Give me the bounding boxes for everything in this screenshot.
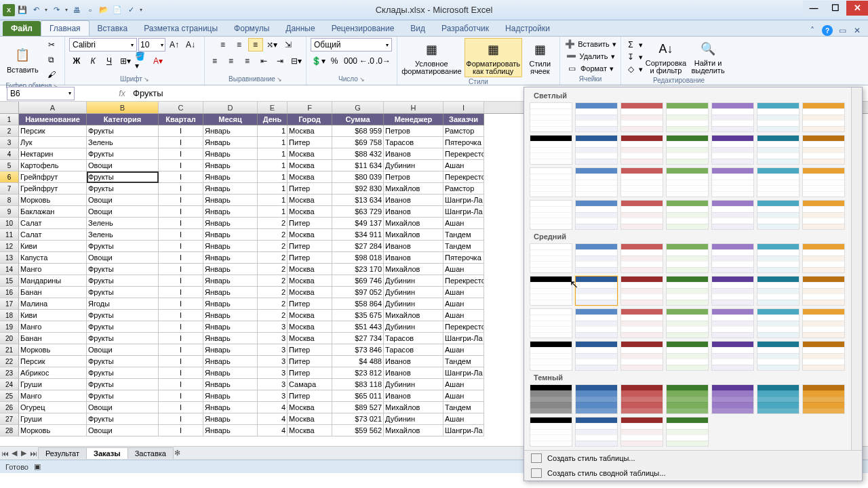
cell[interactable]: $98 018 xyxy=(332,252,384,264)
cell[interactable]: I xyxy=(159,298,203,310)
table-style-swatch[interactable] xyxy=(575,417,618,447)
cell[interactable]: Фрукты xyxy=(87,379,159,390)
cell[interactable]: Фрукты xyxy=(87,356,159,367)
cell[interactable]: Москва xyxy=(288,275,332,287)
cell[interactable]: 4 xyxy=(258,413,288,425)
align-bottom-icon[interactable]: ≡ xyxy=(248,38,263,52)
row-header[interactable]: 6 xyxy=(0,171,19,183)
cell[interactable]: I xyxy=(159,137,203,148)
cell[interactable]: I xyxy=(159,195,203,206)
table-style-swatch[interactable] xyxy=(802,167,845,197)
align-right-icon[interactable]: ≡ xyxy=(240,54,255,68)
cell[interactable]: Капуста xyxy=(19,252,87,264)
table-style-swatch[interactable] xyxy=(530,308,572,338)
col-header-I[interactable]: I xyxy=(443,102,484,113)
cell[interactable]: Дубинин xyxy=(384,287,443,298)
save-icon[interactable]: 💾 xyxy=(16,4,28,16)
row-header[interactable]: 16 xyxy=(0,287,19,298)
table-style-swatch[interactable] xyxy=(575,384,618,414)
new-icon[interactable]: ▫ xyxy=(84,4,96,16)
cell[interactable]: $59 562 xyxy=(332,425,384,436)
cell[interactable]: Москва xyxy=(288,310,332,321)
cell[interactable]: $27 734 xyxy=(332,333,384,344)
cell[interactable]: 3 xyxy=(258,321,288,333)
align-middle-icon[interactable]: ≡ xyxy=(232,38,247,52)
cell[interactable]: $92 830 xyxy=(332,183,384,195)
cell[interactable]: Дубинин xyxy=(384,413,443,425)
row-header[interactable]: 7 xyxy=(0,183,19,195)
col-header-G[interactable]: G xyxy=(332,102,384,113)
minimize-ribbon-icon[interactable]: ˄ xyxy=(807,25,818,36)
cell[interactable]: Ашан xyxy=(443,218,484,229)
table-style-swatch[interactable] xyxy=(757,167,800,197)
cell[interactable]: Ашан xyxy=(443,298,484,310)
cell[interactable]: Январь xyxy=(203,183,258,195)
redo-icon[interactable]: ↷ xyxy=(50,4,62,16)
cell[interactable]: 2 xyxy=(258,310,288,321)
cell[interactable]: Абрикос xyxy=(19,367,87,379)
clear-button[interactable]: ◇▾ xyxy=(625,63,643,75)
cell[interactable]: I xyxy=(159,229,203,241)
cell[interactable]: Фрукты xyxy=(87,148,159,160)
tab-insert[interactable]: Вставка xyxy=(90,21,136,36)
cell[interactable]: Тандем xyxy=(443,229,484,241)
table-style-swatch[interactable] xyxy=(802,200,845,230)
cell[interactable]: Ашан xyxy=(443,310,484,321)
table-style-swatch[interactable] xyxy=(802,102,845,132)
cell[interactable]: 2 xyxy=(258,287,288,298)
table-style-swatch[interactable] xyxy=(757,200,800,230)
cell[interactable]: I xyxy=(159,310,203,321)
cell[interactable]: Овощи xyxy=(87,160,159,171)
table-style-swatch[interactable] xyxy=(530,243,572,273)
cell[interactable]: Манго xyxy=(19,390,87,402)
table-style-swatch[interactable] xyxy=(711,167,754,197)
table-style-swatch[interactable] xyxy=(757,341,800,371)
cell[interactable]: Питер xyxy=(288,298,332,310)
italic-button[interactable]: К xyxy=(85,54,100,68)
cell[interactable]: Овощи xyxy=(87,206,159,218)
maximize-button[interactable]: ☐ xyxy=(825,1,846,16)
cell[interactable]: I xyxy=(159,379,203,390)
cell[interactable]: Категория xyxy=(87,114,159,125)
table-style-swatch[interactable] xyxy=(757,135,800,165)
cell[interactable]: Москва xyxy=(288,195,332,206)
table-style-swatch[interactable] xyxy=(575,102,618,132)
table-style-swatch[interactable] xyxy=(757,243,800,273)
sheet-nav-first[interactable]: ⏮ xyxy=(0,449,9,458)
cell[interactable]: I xyxy=(159,275,203,287)
cell[interactable]: $73 021 xyxy=(332,413,384,425)
restore-window-icon[interactable]: ▭ xyxy=(837,25,848,36)
tab-formulas[interactable]: Формулы xyxy=(226,21,277,36)
undo-icon[interactable]: ↶ xyxy=(30,4,42,16)
cell[interactable]: Дубинин xyxy=(384,379,443,390)
row-header[interactable]: 23 xyxy=(0,367,19,379)
cell[interactable]: Ягоды xyxy=(87,298,159,310)
sort-filter-button[interactable]: A↓Сортировка и фильтр xyxy=(646,38,686,76)
cell[interactable]: I xyxy=(159,171,203,183)
cell[interactable]: I xyxy=(159,344,203,356)
cell[interactable]: I xyxy=(159,183,203,195)
table-style-swatch[interactable] xyxy=(666,243,709,273)
cell[interactable]: Овощи xyxy=(87,195,159,206)
cell[interactable]: $65 011 xyxy=(332,390,384,402)
sheet-nav-last[interactable]: ⏭ xyxy=(28,449,38,458)
tab-addins[interactable]: Надстройки xyxy=(497,21,558,36)
cell[interactable]: Перекресто xyxy=(443,275,484,287)
cell[interactable]: Дубинин xyxy=(384,160,443,171)
autosum-button[interactable]: Σ▾ xyxy=(625,39,643,51)
table-style-swatch[interactable] xyxy=(757,276,800,306)
cell[interactable]: I xyxy=(159,125,203,137)
cell[interactable]: Дубинин xyxy=(384,321,443,333)
decrease-decimal-icon[interactable]: .0→ xyxy=(376,54,391,68)
table-style-swatch[interactable] xyxy=(620,276,663,306)
row-header[interactable]: 18 xyxy=(0,310,19,321)
row-header[interactable]: 20 xyxy=(0,333,19,344)
cell[interactable]: Фрукты xyxy=(87,367,159,379)
row-header[interactable]: 2 xyxy=(0,125,19,137)
cell[interactable]: Грейпфрут xyxy=(19,183,87,195)
row-header[interactable]: 17 xyxy=(0,298,19,310)
cell[interactable]: Дубинин xyxy=(384,275,443,287)
cell[interactable]: 3 xyxy=(258,356,288,367)
cell[interactable]: $35 675 xyxy=(332,310,384,321)
help-icon[interactable]: ? xyxy=(822,25,833,36)
